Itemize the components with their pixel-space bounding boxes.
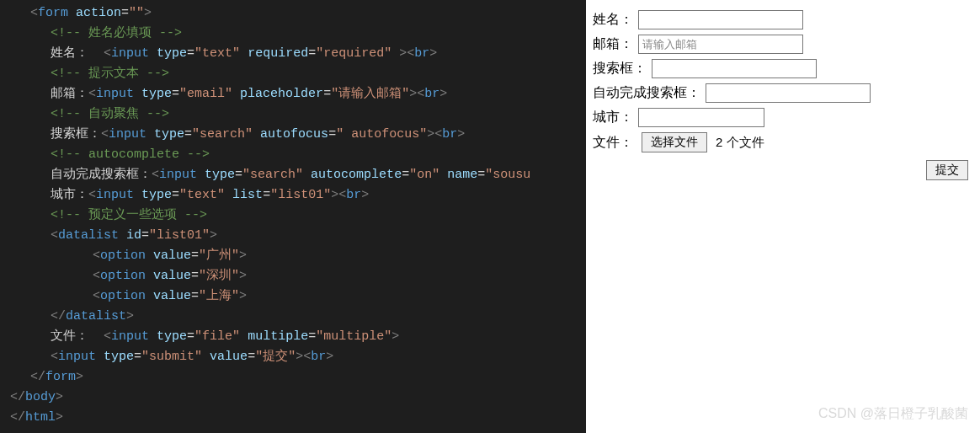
- autosearch-input[interactable]: [706, 83, 871, 103]
- form-row-file: 文件： 选择文件 2 个文件: [593, 132, 973, 152]
- code-line: </body>: [0, 388, 586, 408]
- form-row-autosearch: 自动完成搜索框：: [593, 83, 973, 103]
- search-label: 搜索框：: [593, 60, 647, 78]
- code-line: 城市：<input type="text" list="list01"><br>: [0, 185, 586, 206]
- code-comment: <!-- autocomplete -->: [0, 145, 586, 165]
- code-line: <datalist id="list01">: [0, 226, 586, 246]
- file-status: 2 个文件: [716, 135, 764, 151]
- code-line: 自动完成搜索框：<input type="search" autocomplet…: [0, 165, 586, 185]
- code-line: 姓名： <input type="text" required="require…: [0, 44, 586, 64]
- form-row-name: 姓名：: [593, 10, 973, 29]
- city-label: 城市：: [593, 109, 633, 126]
- form-row-city: 城市：: [593, 108, 973, 127]
- code-line: 文件： <input type="file" multiple="multipl…: [0, 327, 586, 347]
- form-row-search: 搜索框：: [593, 59, 973, 78]
- file-select-button[interactable]: 选择文件: [642, 132, 707, 152]
- submit-button[interactable]: 提交: [926, 160, 968, 180]
- code-line: <input type="submit" value="提交"><br>: [0, 347, 586, 367]
- file-label: 文件：: [593, 134, 633, 152]
- autosearch-label: 自动完成搜索框：: [593, 84, 700, 102]
- code-line: </form>: [0, 367, 586, 388]
- watermark: CSDN @落日橙子乳酸菌: [818, 405, 968, 423]
- code-line: 搜索框：<input type="search" autofocus=" aut…: [0, 125, 586, 145]
- name-label: 姓名：: [593, 11, 633, 29]
- search-input[interactable]: [652, 59, 817, 78]
- code-line: <option value="深圳">: [0, 266, 586, 286]
- code-comment: <!-- 姓名必填项 -->: [0, 24, 586, 44]
- code-line: <form action="">: [0, 3, 586, 24]
- code-line: </html>: [0, 408, 586, 428]
- code-line: <option value="上海">: [0, 286, 586, 307]
- code-editor: <form action=""> <!-- 姓名必填项 --> 姓名： <inp…: [0, 0, 586, 433]
- browser-preview: 姓名： 邮箱： 搜索框： 自动完成搜索框： 城市： 文件： 选择文件 2 个文件…: [586, 0, 980, 433]
- city-input[interactable]: [638, 108, 764, 127]
- code-line: 邮箱：<input type="email" placeholder="请输入邮…: [0, 84, 586, 104]
- email-input[interactable]: [638, 35, 803, 54]
- email-label: 邮箱：: [593, 35, 633, 53]
- code-comment: <!-- 提示文本 -->: [0, 64, 586, 84]
- code-comment: <!-- 预定义一些选项 -->: [0, 206, 586, 226]
- form-row-email: 邮箱：: [593, 35, 973, 54]
- name-input[interactable]: [638, 10, 803, 29]
- code-line: </datalist>: [0, 307, 586, 327]
- code-line: <option value="广州">: [0, 246, 586, 266]
- code-comment: <!-- 自动聚焦 -->: [0, 104, 586, 125]
